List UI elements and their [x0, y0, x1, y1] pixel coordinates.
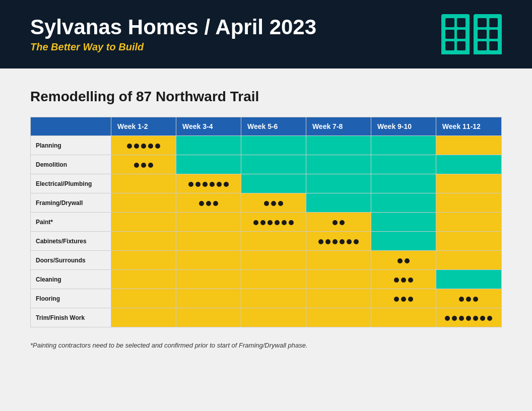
dot-marker — [199, 201, 204, 206]
building-icon — [474, 14, 502, 54]
task-label: Trim/Finish Work — [31, 308, 111, 327]
schedule-cell — [176, 174, 241, 193]
schedule-cell — [436, 136, 501, 155]
dot-marker — [394, 278, 399, 283]
dot-marker — [289, 220, 294, 225]
dot-marker — [213, 201, 218, 206]
dot-marker — [253, 220, 258, 225]
header-text: Sylvanas Homes / April 2023 The Better W… — [30, 16, 316, 52]
dot-marker — [397, 258, 403, 263]
schedule-cell — [111, 136, 176, 155]
dot-marker — [127, 144, 132, 149]
schedule-cell — [371, 232, 436, 251]
schedule-cell — [111, 308, 176, 327]
dot-marker — [354, 239, 359, 244]
dot-marker — [332, 239, 338, 244]
schedule-cell — [436, 289, 501, 308]
dot-marker — [408, 297, 413, 302]
dot-marker — [318, 239, 323, 244]
schedule-cell — [111, 251, 176, 270]
dot-marker — [278, 201, 283, 206]
schedule-cell — [306, 289, 371, 308]
schedule-cell — [371, 155, 436, 174]
schedule-cell — [111, 270, 176, 289]
logo — [441, 14, 502, 54]
table-row: Framing/Drywall — [31, 193, 502, 213]
schedule-cell — [436, 174, 501, 193]
dot-marker — [206, 201, 211, 206]
table-row: Demolition — [31, 155, 502, 174]
schedule-cell — [306, 155, 371, 174]
dot-marker — [134, 163, 139, 168]
table-row: Electrical/Plumbing — [31, 174, 502, 193]
schedule-cell — [176, 308, 241, 327]
main-content: Remodelling of 87 Northward Trail Week 1… — [0, 68, 532, 369]
col-header-week5: Week 9-10 — [371, 117, 436, 136]
table-row: Cleaning — [31, 270, 502, 289]
dot-marker — [347, 239, 352, 244]
schedule-cell — [436, 213, 501, 232]
schedule-cell — [436, 270, 501, 289]
dot-marker — [134, 144, 139, 149]
schedule-cell — [371, 213, 436, 232]
dot-marker — [340, 239, 345, 244]
dot-marker — [203, 182, 208, 187]
page-header: Sylvanas Homes / April 2023 The Better W… — [0, 0, 532, 68]
dot-marker — [260, 220, 265, 225]
dot-marker — [148, 163, 153, 168]
dot-marker — [405, 258, 410, 263]
schedule-cell — [241, 213, 306, 232]
table-header-row: Week 1-2 Week 3-4 Week 5-6 Week 7-8 Week… — [31, 117, 502, 136]
dot-marker — [459, 316, 464, 321]
schedule-cell — [306, 308, 371, 327]
schedule-cell — [176, 155, 241, 174]
dot-marker — [340, 220, 345, 225]
task-label: Cleaning — [31, 270, 111, 289]
dot-marker — [473, 297, 478, 302]
schedule-cell — [111, 155, 176, 174]
col-header-week4: Week 7-8 — [306, 117, 371, 136]
schedule-cell — [306, 251, 371, 270]
dot-marker — [282, 220, 287, 225]
schedule-cell — [176, 213, 241, 232]
schedule-cell — [111, 213, 176, 232]
schedule-cell — [111, 232, 176, 251]
dot-marker — [466, 316, 471, 321]
schedule-cell — [371, 251, 436, 270]
schedule-cell — [111, 193, 176, 213]
schedule-cell — [436, 155, 501, 174]
task-label: Cabinets/Fixtures — [31, 232, 111, 251]
dot-marker — [408, 278, 413, 283]
col-header-week1: Week 1-2 — [111, 117, 176, 136]
task-label: Electrical/Plumbing — [31, 174, 111, 193]
schedule-cell — [306, 136, 371, 155]
schedule-cell — [241, 308, 306, 327]
schedule-cell — [241, 193, 306, 213]
dot-marker — [224, 182, 229, 187]
task-label: Framing/Drywall — [31, 193, 111, 213]
dot-marker — [271, 201, 276, 206]
schedule-cell — [371, 193, 436, 213]
schedule-cell — [436, 193, 501, 213]
schedule-cell — [371, 174, 436, 193]
dot-marker — [332, 220, 338, 225]
table-row: Doors/Surrounds — [31, 251, 502, 270]
dot-marker — [141, 163, 146, 168]
schedule-cell — [241, 155, 306, 174]
schedule-cell — [176, 232, 241, 251]
page-title: Sylvanas Homes / April 2023 — [30, 16, 316, 39]
schedule-cell — [176, 136, 241, 155]
section-title: Remodelling of 87 Northward Trail — [30, 89, 502, 105]
schedule-cell — [241, 232, 306, 251]
schedule-cell — [176, 289, 241, 308]
schedule-cell — [176, 193, 241, 213]
dot-marker — [188, 182, 193, 187]
schedule-cell — [241, 174, 306, 193]
schedule-cell — [371, 289, 436, 308]
schedule-cell — [306, 174, 371, 193]
dot-marker — [195, 182, 201, 187]
schedule-cell — [111, 289, 176, 308]
schedule-cell — [241, 270, 306, 289]
dot-marker — [401, 278, 406, 283]
schedule-cell — [436, 251, 501, 270]
